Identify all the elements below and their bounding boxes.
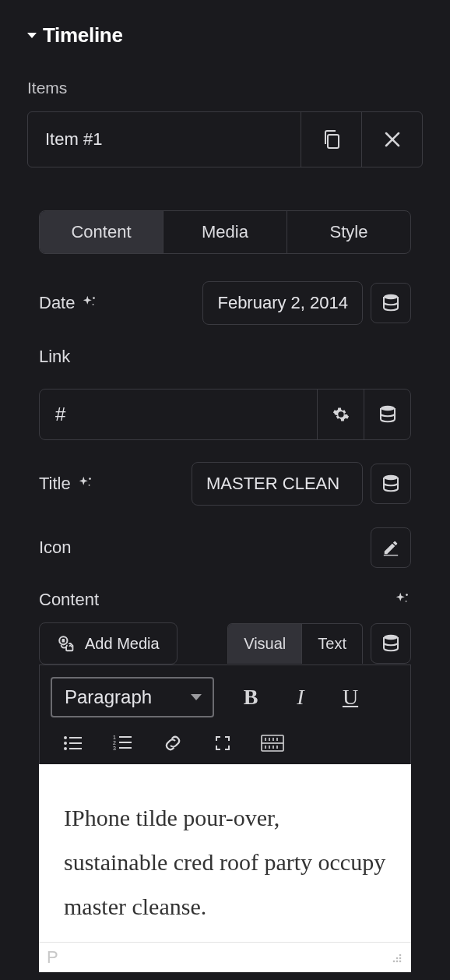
link-dynamic-button[interactable] xyxy=(364,390,410,439)
add-media-button[interactable]: Add Media xyxy=(39,622,178,664)
items-label: Items xyxy=(27,79,423,97)
section-title: Timeline xyxy=(43,23,123,48)
svg-point-8 xyxy=(88,485,90,486)
database-icon xyxy=(382,294,399,312)
numbered-list-button[interactable]: 123 xyxy=(111,731,135,755)
expand-icon xyxy=(213,734,232,753)
tab-text[interactable]: Text xyxy=(301,624,362,664)
date-row: Date February 2, 2014 xyxy=(39,281,411,325)
svg-point-3 xyxy=(93,297,96,299)
format-select[interactable]: Paragraph xyxy=(51,677,214,717)
svg-point-12 xyxy=(406,601,407,602)
svg-point-6 xyxy=(381,406,395,411)
resize-handle[interactable] xyxy=(389,950,403,964)
svg-point-40 xyxy=(399,957,402,960)
svg-point-9 xyxy=(384,475,398,480)
svg-rect-27 xyxy=(119,747,132,749)
content-dynamic-button[interactable] xyxy=(371,623,411,664)
title-label: Title xyxy=(39,474,94,494)
remove-button[interactable] xyxy=(361,112,422,167)
edit-icon-button[interactable] xyxy=(371,527,411,568)
database-icon xyxy=(379,405,396,424)
link-options-button[interactable] xyxy=(317,390,364,439)
section-header[interactable]: Timeline xyxy=(27,23,423,48)
title-input[interactable]: MASTER CLEAN xyxy=(192,462,363,506)
tab-visual[interactable]: Visual xyxy=(228,624,301,664)
media-icon xyxy=(57,634,77,653)
svg-point-15 xyxy=(384,635,398,640)
element-path[interactable]: P xyxy=(47,947,58,968)
svg-rect-25 xyxy=(119,742,132,743)
svg-text:1: 1 xyxy=(113,735,116,740)
dynamic-tags-button[interactable] xyxy=(371,283,411,323)
date-input[interactable]: February 2, 2014 xyxy=(202,281,363,325)
list-ul-icon xyxy=(63,735,83,752)
svg-point-11 xyxy=(406,594,408,596)
svg-point-39 xyxy=(396,957,399,960)
link-button[interactable] xyxy=(161,731,185,755)
svg-point-20 xyxy=(64,747,67,750)
svg-point-4 xyxy=(93,304,94,305)
icon-label: Icon xyxy=(39,538,72,558)
svg-rect-0 xyxy=(328,135,339,148)
svg-point-38 xyxy=(399,954,402,957)
resize-icon xyxy=(389,950,403,964)
ai-sparkle-icon[interactable] xyxy=(394,591,411,608)
tab-content[interactable]: Content xyxy=(40,211,163,253)
database-icon xyxy=(382,474,399,493)
duplicate-button[interactable] xyxy=(301,112,361,167)
link-icon xyxy=(163,733,183,753)
link-field xyxy=(39,389,411,440)
caret-down-icon xyxy=(27,33,37,38)
editor-toolbar: Paragraph B I U 123 xyxy=(39,664,411,764)
content-label-row: Content xyxy=(39,590,411,610)
title-row: Title MASTER CLEAN xyxy=(39,462,411,506)
copy-icon xyxy=(322,129,341,150)
icon-row: Icon xyxy=(39,527,411,568)
svg-point-42 xyxy=(396,961,399,963)
svg-rect-14 xyxy=(62,639,65,643)
title-dynamic-button[interactable] xyxy=(371,464,411,504)
bold-button[interactable]: B xyxy=(237,685,264,710)
link-label-row: Link xyxy=(39,347,411,367)
tab-media[interactable]: Media xyxy=(163,211,287,253)
svg-rect-10 xyxy=(384,555,398,555)
content-label: Content xyxy=(39,590,99,610)
editor-status-bar: P xyxy=(39,942,411,972)
toolbar-toggle-button[interactable] xyxy=(261,731,284,755)
svg-rect-21 xyxy=(69,748,82,749)
svg-point-16 xyxy=(64,736,67,739)
svg-point-7 xyxy=(89,478,91,480)
item-title[interactable]: Item #1 xyxy=(28,112,301,167)
gear-icon xyxy=(332,406,350,423)
underline-button[interactable]: U xyxy=(337,685,364,710)
close-icon xyxy=(384,131,401,148)
pencil-icon xyxy=(382,539,399,556)
svg-rect-19 xyxy=(69,742,82,744)
svg-rect-23 xyxy=(119,736,132,738)
keyboard-icon xyxy=(261,735,284,752)
ai-sparkle-icon[interactable] xyxy=(77,475,94,492)
svg-text:2: 2 xyxy=(113,740,116,746)
link-label: Link xyxy=(39,347,70,367)
svg-point-43 xyxy=(399,961,402,963)
tab-style[interactable]: Style xyxy=(287,211,410,253)
date-label: Date xyxy=(39,293,98,313)
link-input[interactable] xyxy=(40,390,317,439)
list-ol-icon: 123 xyxy=(113,735,133,752)
editor-top-row: Add Media Visual Text xyxy=(39,622,411,664)
item-tabs: Content Media Style xyxy=(39,210,411,254)
ai-sparkle-icon[interactable] xyxy=(81,294,98,312)
svg-rect-17 xyxy=(69,737,82,739)
item-header: Item #1 xyxy=(27,111,423,167)
svg-point-5 xyxy=(384,294,398,299)
italic-button[interactable]: I xyxy=(287,685,314,710)
bullet-list-button[interactable] xyxy=(62,731,85,755)
svg-point-41 xyxy=(393,961,396,963)
editor-mode-tabs: Visual Text xyxy=(227,623,363,664)
svg-point-18 xyxy=(64,742,67,745)
svg-text:3: 3 xyxy=(113,746,116,751)
database-icon xyxy=(382,634,399,653)
editor-body[interactable]: IPhone tilde pour-over, sustainable cred… xyxy=(39,764,411,942)
fullscreen-button[interactable] xyxy=(211,731,234,755)
